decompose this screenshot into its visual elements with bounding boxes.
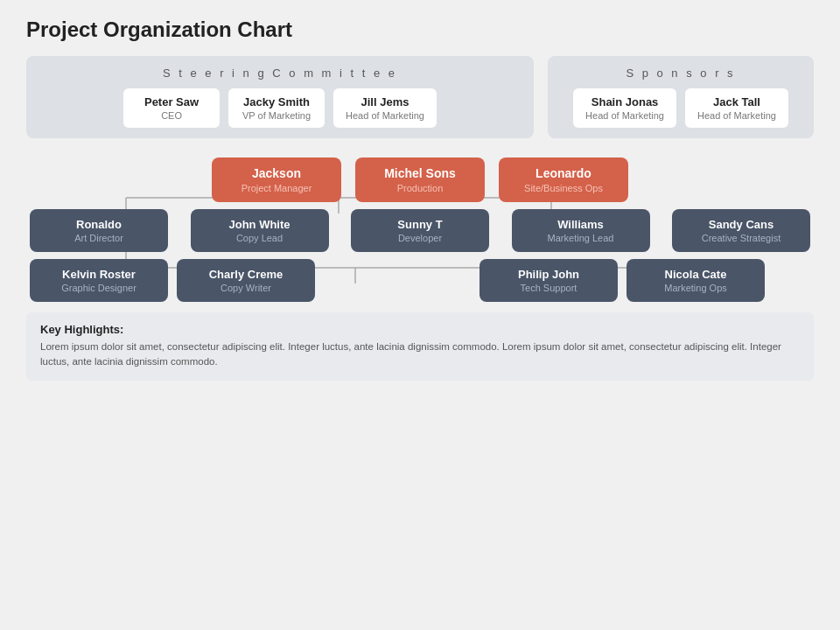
team-sandy-cans: Sandy Cans Creative Strategist (672, 209, 810, 252)
team-name: Sunny T (363, 218, 477, 231)
managers-row: Jackson Project Manager Michel Sons Prod… (205, 158, 635, 202)
member-name: Jack Tall (697, 95, 776, 108)
steering-committee-cards: Peter Saw CEO Jacky Smith VP of Marketin… (38, 88, 522, 128)
member-name: Jill Jems (346, 95, 424, 108)
member-name: Shain Jonas (585, 95, 664, 108)
manager-name: Michel Sons (369, 166, 471, 180)
team-name: Philip John (492, 268, 606, 281)
team-name: John White (203, 218, 317, 231)
team-name: Sandy Cans (684, 218, 798, 231)
team-philip-john: Philip John Tech Support (480, 259, 618, 302)
sponsors-title: S p o n s o r s (560, 66, 802, 80)
team-row-1: Ronaldo Art Director John White Copy Lea… (26, 209, 814, 252)
org-tree: Jackson Project Manager Michel Sons Prod… (26, 154, 814, 302)
team-charly-creme: Charly Creme Copy Writer (177, 259, 315, 302)
team-name: Williams (524, 218, 638, 231)
member-jill-jems: Jill Jems Head of Marketing (333, 88, 437, 128)
sponsor-jack-tall: Jack Tall Head of Marketing (685, 88, 788, 128)
page-title: Project Organization Chart (26, 18, 814, 42)
highlights-title: Key Highlights: (40, 323, 800, 336)
manager-role: Project Manager (226, 183, 327, 193)
top-section: S t e e r i n g C o m m i t t e e Peter … (26, 56, 814, 138)
steering-committee-title: S t e e r i n g C o m m i t t e e (38, 66, 522, 80)
team-role: Developer (363, 233, 477, 243)
sponsors-box: S p o n s o r s Shain Jonas Head of Mark… (548, 56, 814, 138)
member-role: Head of Marketing (346, 110, 424, 121)
team-role: Marketing Ops (639, 283, 752, 293)
sponsors-cards: Shain Jonas Head of Marketing Jack Tall … (560, 88, 802, 128)
member-jacky-smith: Jacky Smith VP of Marketing (228, 88, 325, 128)
team-ronaldo: Ronaldo Art Director (30, 209, 168, 252)
manager-name: Jackson (226, 166, 327, 180)
team-nicola-cate: Nicola Cate Marketing Ops (626, 259, 765, 302)
member-role: Head of Marketing (585, 110, 664, 121)
manager-name: Leonardo (513, 166, 614, 180)
team-kelvin-roster: Kelvin Roster Graphic Designer (30, 259, 168, 302)
team-williams: Williams Marketing Lead (512, 209, 650, 252)
manager-role: Production (369, 183, 471, 193)
team-name: Kelvin Roster (42, 268, 156, 281)
member-name: Peter Saw (136, 95, 207, 108)
member-role: CEO (136, 110, 207, 121)
team-role: Graphic Designer (42, 283, 156, 293)
member-role: Head of Marketing (697, 110, 776, 121)
team-role: Art Director (42, 233, 156, 243)
highlights-box: Key Highlights: Lorem ipsum dolor sit am… (26, 312, 814, 381)
team-role: Marketing Lead (524, 233, 638, 243)
steering-committee-box: S t e e r i n g C o m m i t t e e Peter … (26, 56, 534, 138)
team-john-white: John White Copy Lead (191, 209, 329, 252)
manager-jackson: Jackson Project Manager (212, 158, 341, 202)
highlights-text: Lorem ipsum dolor sit amet, consectetur … (40, 340, 800, 370)
member-name: Jacky Smith (241, 95, 312, 108)
team-role: Copy Writer (189, 283, 303, 293)
manager-michel-sons: Michel Sons Production (355, 158, 485, 202)
manager-role: Site/Business Ops (513, 183, 614, 193)
manager-leonardo: Leonardo Site/Business Ops (499, 158, 628, 202)
team-row-2: Kelvin Roster Graphic Designer Charly Cr… (26, 259, 814, 302)
team-role: Creative Strategist (684, 233, 798, 243)
team-sunny-t: Sunny T Developer (351, 209, 489, 252)
sponsor-shain-jonas: Shain Jonas Head of Marketing (573, 88, 676, 128)
team-role: Copy Lead (203, 233, 317, 243)
team-name: Nicola Cate (639, 268, 752, 281)
team-name: Charly Creme (189, 268, 303, 281)
member-peter-saw: Peter Saw CEO (123, 88, 220, 128)
member-role: VP of Marketing (241, 110, 312, 121)
team-name: Ronaldo (42, 218, 156, 231)
team-role: Tech Support (492, 283, 606, 293)
